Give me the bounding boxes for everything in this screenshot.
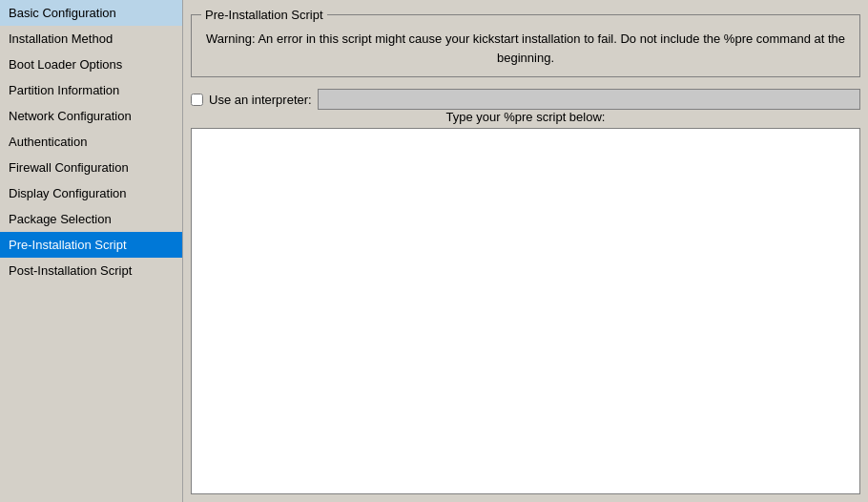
sidebar-item-installation-method[interactable]: Installation Method [0,26,182,52]
sidebar-item-pre-installation-script[interactable]: Pre-Installation Script [0,232,182,258]
interpreter-input[interactable] [318,89,860,110]
interpreter-row: Use an interpreter: [191,89,860,110]
sidebar-item-display-configuration[interactable]: Display Configuration [0,180,182,206]
sidebar-item-boot-loader-options[interactable]: Boot Loader Options [0,52,182,77]
interpreter-label: Use an interpreter: [209,93,312,107]
warning-text: Warning: An error in this script might c… [201,30,850,67]
sidebar-item-package-selection[interactable]: Package Selection [0,206,182,232]
use-interpreter-checkbox[interactable] [191,94,203,106]
group-title: Pre-Installation Script [201,8,327,22]
sidebar-item-partition-information[interactable]: Partition Information [0,77,182,103]
main-content: Pre-Installation Script Warning: An erro… [183,0,868,502]
sidebar-item-firewall-configuration[interactable]: Firewall Configuration [0,155,182,180]
sidebar-item-post-installation-script[interactable]: Post-Installation Script [0,258,182,283]
sidebar-item-basic-configuration[interactable]: Basic Configuration [0,0,182,26]
script-area-wrapper: Type your %pre script below: [191,110,860,494]
script-label: Type your %pre script below: [191,110,860,124]
sidebar-item-authentication[interactable]: Authentication [0,129,182,155]
sidebar-item-network-configuration[interactable]: Network Configuration [0,103,182,129]
sidebar: Basic ConfigurationInstallation MethodBo… [0,0,183,502]
script-textarea[interactable] [191,128,860,494]
pre-installation-script-group: Pre-Installation Script Warning: An erro… [191,8,860,77]
